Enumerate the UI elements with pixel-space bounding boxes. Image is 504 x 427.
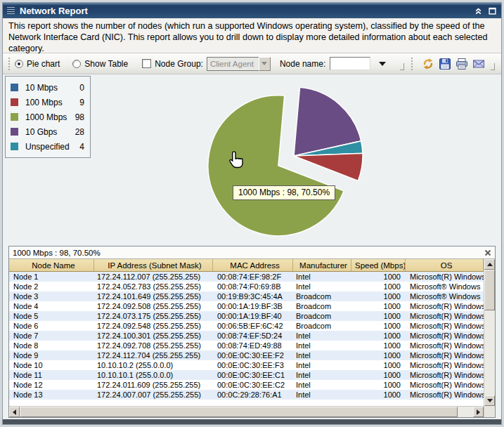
table-row[interactable]: Node 13172.24.007.007 (255.255.255)00:0C… — [9, 390, 484, 400]
table-row[interactable]: Node 8172.24.092.708 (255.255.255)00:08:… — [9, 341, 484, 350]
cell-os: Microsoft(R) Windows — [406, 312, 484, 320]
node-group-label: Node Group: — [155, 59, 203, 69]
cell-os: Microsoft® Windows — [406, 282, 484, 291]
legend-label: 1000 Mbps — [25, 112, 67, 122]
horizontal-scrollbar[interactable] — [9, 406, 484, 417]
cell-os: Microsoft(R) Windows — [406, 381, 484, 389]
cell-os: Microsoft(R) Windows — [406, 272, 484, 281]
column-header-speed[interactable]: Speed (Mbps) — [351, 259, 406, 271]
column-header-ip-address[interactable]: IP Address (Subnet Mask) — [94, 259, 213, 271]
cell-ip-address: 172.24.052.783 (255.255.255) — [94, 282, 213, 291]
cell-mac-address: 00:08:74:ED:49:88 — [213, 341, 293, 350]
cell-manufacturer: Intel — [293, 331, 351, 340]
legend-label: 10 Gbps — [25, 127, 57, 137]
table-row[interactable]: Node 5172.24.073.175 (255.255.255)00:00:… — [9, 311, 484, 321]
cell-manufacturer: Intel — [293, 371, 351, 379]
toolbar-end-mark — [491, 63, 495, 70]
cell-speed: 1000 — [351, 282, 406, 291]
show-table-radio[interactable] — [72, 60, 81, 68]
node-group-select[interactable]: Client Agent — [207, 57, 271, 71]
maximize-button[interactable] — [487, 6, 497, 15]
table-row[interactable]: Node 1010.10.10.2 (255.0.0.0)00:0E:0C:30… — [9, 360, 484, 370]
toolbar-grip-right[interactable] — [411, 58, 413, 70]
toolbar-grip[interactable] — [8, 58, 11, 70]
legend-swatch — [11, 143, 18, 150]
pie-chart-radio[interactable] — [15, 60, 23, 68]
legend-value: 4 — [79, 142, 84, 152]
window-inner: Network Report This report shows the num… — [2, 2, 502, 425]
cell-mac-address: 00:00:1A:19:BF:3B — [213, 302, 293, 310]
vertical-scroll-track[interactable] — [484, 310, 495, 395]
scrollbar-corner — [484, 406, 495, 417]
cell-mac-address: 00:08:74:EF:5D:24 — [213, 331, 293, 340]
table-filler — [9, 400, 484, 406]
cell-mac-address: 00:0E:0C:30:EE:F3 — [213, 361, 293, 369]
chart-area: 10 Mbps0 100 Mbps9 1000 Mbps98 10 Gbps28… — [3, 74, 501, 243]
cell-node-name: Node 1 — [9, 272, 94, 281]
scroll-down-button[interactable] — [484, 395, 495, 406]
toolbar-separator-mark — [400, 63, 404, 70]
table-row[interactable]: Node 4172.24.092.508 (255.255.255)00:00:… — [9, 301, 484, 311]
table-row[interactable]: Node 2172.24.052.783 (255.255.255)00:08:… — [9, 282, 484, 291]
legend-label: 10 Mbps — [25, 83, 58, 93]
scroll-left-button[interactable] — [9, 407, 20, 417]
drilldown-titlebar: 1000 Mbps : 98, 70.50% — [9, 247, 495, 259]
table-row[interactable]: Node 9172.24.112.704 (255.255.255)00:0E:… — [9, 350, 484, 360]
vertical-scroll-thumb[interactable] — [484, 270, 495, 310]
cell-ip-address: 10.10.10.1 (255.0.0.0) — [94, 371, 213, 379]
refresh-icon — [422, 58, 434, 70]
table-region: Node NameIP Address (Subnet Mask)MAC Add… — [9, 259, 484, 417]
column-header-mac-address[interactable]: MAC Address — [213, 259, 293, 271]
refresh-button[interactable] — [421, 57, 434, 70]
scroll-up-button[interactable] — [484, 259, 495, 270]
close-button[interactable] — [484, 249, 492, 257]
legend-value: 9 — [79, 98, 84, 107]
print-button[interactable] — [455, 57, 468, 70]
vertical-scrollbar[interactable] — [484, 259, 495, 417]
column-header-manufacturer[interactable]: Manufacturer — [293, 259, 351, 271]
cell-ip-address: 172.24.092.548 (255.255.255) — [94, 322, 213, 330]
column-header-node-name[interactable]: Node Name — [9, 259, 94, 271]
save-button[interactable] — [438, 57, 451, 70]
cell-manufacturer: Intel — [293, 361, 351, 369]
cell-node-name: Node 7 — [9, 331, 94, 340]
collapse-button[interactable] — [473, 6, 483, 15]
cell-speed: 1000 — [351, 390, 406, 399]
table-row[interactable]: Node 1110.10.10.1 (255.0.0.0)00:0E:0C:30… — [9, 370, 484, 380]
table-rows: Node 1172.24.112.007 (255.255.255)00:08:… — [9, 272, 484, 400]
horizontal-scroll-thumb[interactable] — [20, 407, 458, 417]
table-row[interactable]: Node 7172.24.100.301 (255.255.255)00:08:… — [9, 331, 484, 341]
legend-value: 0 — [79, 83, 84, 93]
cell-speed: 1000 — [351, 322, 406, 330]
drilldown-body: Node NameIP Address (Subnet Mask)MAC Add… — [9, 259, 495, 417]
cell-os: Microsoft(R) Windows — [406, 371, 484, 379]
cell-manufacturer: Broadcom — [293, 312, 351, 320]
drilldown-panel-wrap: 1000 Mbps : 98, 70.50% Node NameIP Addre… — [8, 246, 496, 418]
combo-dropdown-button[interactable] — [259, 57, 271, 71]
cell-speed: 1000 — [351, 312, 406, 320]
table-row[interactable]: Node 1172.24.112.007 (255.255.255)00:08:… — [9, 272, 484, 282]
cell-os: Microsoft(R) Windows — [406, 351, 484, 360]
email-button[interactable] — [472, 57, 485, 70]
scroll-right-button[interactable] — [473, 407, 484, 417]
horizontal-scroll-track[interactable] — [458, 407, 473, 417]
node-group-checkbox[interactable] — [142, 59, 151, 68]
cell-manufacturer: Intel — [293, 390, 351, 399]
cell-speed: 1000 — [351, 351, 406, 360]
table-row[interactable]: Node 3172.24.101.649 (255.255.255)00:19:… — [9, 291, 484, 301]
cell-node-name: Node 6 — [9, 322, 94, 330]
cell-ip-address: 172.24.112.007 (255.255.255) — [94, 272, 213, 281]
node-name-input[interactable] — [330, 57, 370, 70]
cell-os: Microsoft® Windows — [406, 292, 484, 301]
cell-speed: 1000 — [351, 331, 406, 340]
window-bottom-edge — [3, 419, 501, 424]
arrow-down-icon — [487, 399, 493, 402]
node-name-dropdown-icon[interactable] — [379, 62, 386, 66]
cell-os: Microsoft(R) Windows — [406, 361, 484, 369]
cell-ip-address: 10.10.10.2 (255.0.0.0) — [94, 361, 213, 369]
table-row[interactable]: Node 12172.24.011.609 (255.255.255)00:0E… — [9, 380, 484, 390]
hand-cursor-icon — [226, 150, 246, 171]
cell-mac-address: 00:0E:0C:30:EE:C2 — [213, 381, 293, 389]
column-header-os[interactable]: OS — [406, 259, 484, 271]
table-row[interactable]: Node 6172.24.092.548 (255.255.255)00:06:… — [9, 321, 484, 331]
